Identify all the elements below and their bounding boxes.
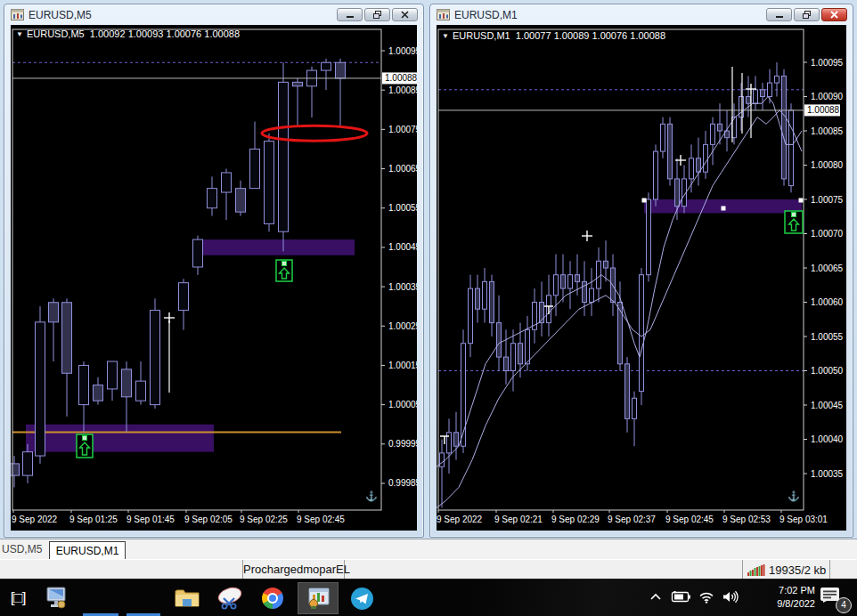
svg-text:1.00015: 1.00015 (388, 361, 417, 370)
expert-advisor-status: ProchargedmoparEL (242, 560, 345, 580)
file-explorer-icon[interactable] (171, 582, 203, 614)
svg-text:1.00005: 1.00005 (388, 400, 417, 409)
chart-window-m1: EURUSD,M1 ▼EURUSD,M1 1.00077 1.00089 1.0… (429, 4, 853, 538)
status-bar: ProchargedmoparEL 19935/2 kb (0, 559, 857, 580)
volume-icon[interactable] (722, 590, 739, 604)
svg-text:9 Sep 02:25: 9 Sep 02:25 (240, 515, 288, 524)
svg-text:1.00065: 1.00065 (388, 164, 417, 174)
chart-client-m1[interactable]: ▼EURUSD,M1 1.00077 1.00089 1.00076 1.000… (437, 25, 846, 531)
svg-text:0.99985: 0.99985 (388, 478, 417, 488)
taskbar-clock[interactable]: 7:02 PM 9/8/2022 (753, 584, 815, 611)
tab-eurusd-m1[interactable]: EURUSD,M1 (49, 541, 126, 561)
chart-window-icon (11, 9, 24, 20)
snipping-tool-icon[interactable] (214, 582, 246, 614)
minimize-button[interactable] (337, 8, 363, 21)
tab-eurusd-m5[interactable]: USD,M5 (2, 543, 42, 555)
chart-window-m5: EURUSD,M5 ▼EURUSD,M5 1.00092 1.00093 1.0… (4, 4, 424, 538)
chart-tab-bar: USD,M5 EURUSD,M1 (0, 539, 857, 560)
svg-text:1.00095: 1.00095 (388, 46, 417, 56)
close-button[interactable] (821, 8, 847, 21)
svg-text:1.00088: 1.00088 (385, 73, 417, 83)
taskbar: [□] 7:02 PM 9/8/2022 4 (0, 579, 857, 616)
svg-text:9 Sep 01:45: 9 Sep 01:45 (127, 515, 175, 524)
svg-text:1.00035: 1.00035 (811, 469, 844, 479)
svg-text:9 Sep 02:05: 9 Sep 02:05 (184, 515, 233, 524)
svg-text:9 Sep 02:21: 9 Sep 02:21 (494, 515, 543, 524)
connection-status: 19935/2 kb (742, 560, 830, 580)
svg-text:1.00070: 1.00070 (811, 229, 844, 239)
notification-center-icon[interactable]: 4 (820, 587, 850, 610)
svg-text:1.00055: 1.00055 (811, 332, 844, 342)
svg-text:1.00095: 1.00095 (811, 58, 844, 68)
svg-text:1.00080: 1.00080 (811, 160, 844, 170)
battery-icon[interactable] (670, 591, 690, 603)
system-tray (649, 590, 739, 604)
svg-text:9 Sep 2022: 9 Sep 2022 (437, 515, 483, 524)
svg-text:1.00040: 1.00040 (811, 434, 844, 444)
svg-text:1.00075: 1.00075 (388, 125, 417, 134)
svg-text:1.00060: 1.00060 (811, 297, 844, 307)
candlestick-chart-m1[interactable]: ⚓1.000951.000901.000851.000801.000751.00… (437, 25, 845, 529)
svg-text:9 Sep 02:53: 9 Sep 02:53 (722, 515, 771, 524)
ohlc-line: ▼EURUSD,M1 1.00077 1.00089 1.00076 1.000… (442, 30, 665, 41)
close-button[interactable] (392, 8, 418, 21)
ohlc-line: ▼EURUSD,M5 1.00092 1.00093 1.00076 1.000… (16, 28, 240, 39)
svg-text:1.00045: 1.00045 (811, 401, 844, 410)
svg-text:1.00050: 1.00050 (811, 366, 844, 376)
svg-text:9 Sep 2022: 9 Sep 2022 (12, 515, 58, 524)
telegram-icon[interactable] (346, 582, 378, 614)
svg-text:1.00085: 1.00085 (388, 85, 417, 95)
minimize-button[interactable] (766, 8, 792, 21)
traffic-label: 19935/2 kb (769, 561, 826, 580)
chart-window-icon (437, 9, 450, 20)
svg-text:1.00035: 1.00035 (388, 282, 417, 292)
window-title: EURUSD,M1 (454, 9, 518, 21)
svg-text:1.00085: 1.00085 (811, 126, 844, 136)
wifi-icon[interactable] (698, 591, 714, 604)
tray-chevron-up-icon[interactable] (649, 593, 662, 601)
svg-text:9 Sep 02:45: 9 Sep 02:45 (297, 515, 345, 524)
svg-text:⚓: ⚓ (788, 490, 800, 502)
chrome-icon[interactable] (257, 582, 289, 614)
svg-text:9 Sep 02:45: 9 Sep 02:45 (665, 515, 714, 524)
restore-button[interactable] (794, 8, 820, 21)
my-computer-icon[interactable] (41, 582, 73, 614)
svg-text:9 Sep 02:37: 9 Sep 02:37 (608, 515, 656, 524)
svg-text:9 Sep 02:29: 9 Sep 02:29 (551, 515, 600, 524)
svg-text:1.00065: 1.00065 (811, 263, 844, 273)
svg-text:1.00088: 1.00088 (807, 105, 840, 115)
notification-badge: 4 (836, 597, 852, 613)
svg-text:1.00025: 1.00025 (388, 321, 417, 331)
svg-text:1.00045: 1.00045 (388, 242, 417, 252)
symbol-dropdown-icon[interactable]: ▼ (442, 32, 449, 40)
svg-text:9 Sep 01:25: 9 Sep 01:25 (69, 515, 118, 524)
svg-text:1.00055: 1.00055 (388, 203, 417, 213)
clock-date: 9/8/2022 (753, 597, 815, 611)
candlestick-chart-m5[interactable]: ⚓1.000951.000851.000751.000651.000551.00… (11, 25, 417, 529)
restore-button[interactable] (364, 8, 390, 21)
svg-text:⚓: ⚓ (365, 490, 378, 502)
clock-time: 7:02 PM (753, 584, 815, 597)
svg-text:9 Sep 03:01: 9 Sep 03:01 (779, 515, 828, 524)
symbol-dropdown-icon[interactable]: ▼ (16, 30, 23, 38)
svg-text:0.99995: 0.99995 (388, 439, 417, 449)
task-view-icon[interactable]: [□] (2, 582, 34, 614)
window-title: EURUSD,M5 (29, 9, 92, 21)
svg-text:1.00075: 1.00075 (811, 195, 844, 205)
svg-text:1.00090: 1.00090 (811, 92, 844, 101)
connection-bars-icon (747, 564, 765, 576)
metatrader-icon-active[interactable] (298, 582, 339, 614)
chart-client-m5[interactable]: ▼EURUSD,M5 1.00092 1.00093 1.00076 1.000… (11, 25, 417, 531)
